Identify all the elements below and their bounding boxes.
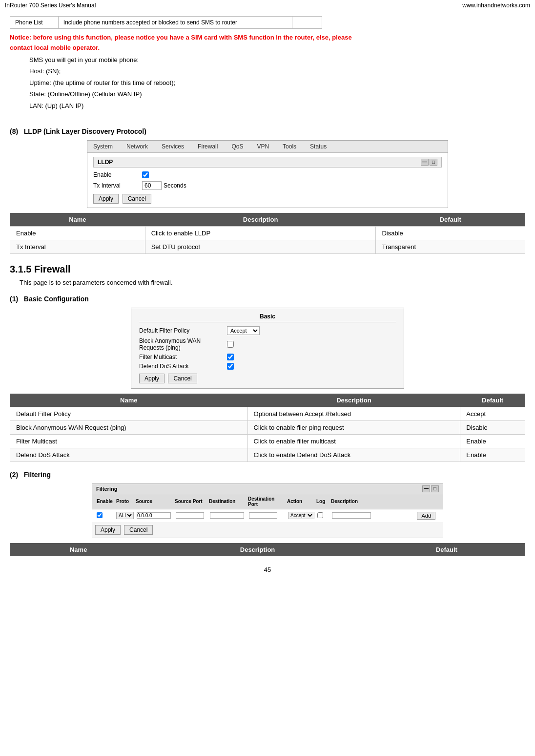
lldp-apply-button[interactable]: Apply	[93, 194, 119, 204]
basic-table-header-default: Default	[460, 394, 525, 407]
notice-line2: contact local mobile operator.	[10, 44, 525, 51]
defend-dos-checkbox[interactable]	[227, 363, 234, 370]
fh-destination: Destination	[207, 496, 247, 507]
nav-tools[interactable]: Tools	[280, 142, 299, 151]
website-url: www.inhandnetworks.com	[462, 2, 530, 9]
filter-row-proto: ALL TCP UDP	[115, 511, 135, 520]
filter-table-header-name: Name	[10, 543, 147, 556]
filtering-box: Filtering — □ Enable Proto Source Source…	[92, 483, 443, 538]
nav-status[interactable]: Status	[307, 142, 329, 151]
block-anon-label: Block Anonymous WANRequests (ping)	[139, 337, 227, 351]
table-row: Block Anonymous WAN Request (ping) Click…	[10, 420, 525, 434]
filter-add-button[interactable]: Add	[417, 512, 435, 520]
nav-system[interactable]: System	[90, 142, 116, 151]
enable-label: Enable	[93, 171, 142, 178]
filter-minimize-btn[interactable]: —	[422, 485, 430, 492]
fh-dest-port: Destination Port	[247, 496, 286, 507]
enable-checkbox[interactable]	[142, 171, 149, 178]
page-footer: 45	[10, 566, 525, 583]
filter-row-dest	[208, 511, 247, 520]
filtering-apply-button[interactable]: Apply	[95, 525, 121, 535]
filter-multicast-checkbox[interactable]	[227, 354, 234, 360]
filter-log-checkbox[interactable]	[317, 512, 323, 518]
defend-dos-row: Defend DoS Attack	[139, 363, 396, 370]
basic-apply-button[interactable]: Apply	[139, 374, 165, 383]
filtering-cancel-button[interactable]: Cancel	[124, 525, 153, 535]
fh-action: Action	[286, 496, 315, 507]
filter-add-cell: Add	[400, 511, 440, 520]
filter-source-port-input[interactable]	[176, 512, 204, 519]
default-filter-select[interactable]: Accept Refused	[227, 326, 260, 335]
table-row: Filter Multicast Click to enable filter …	[10, 434, 525, 448]
filter-desc-input[interactable]	[332, 512, 371, 519]
sms-info-line3: State: (Online/Offline) (Cellular WAN IP…	[29, 88, 525, 100]
page-number: 45	[264, 566, 271, 573]
filtering-title-bar: Filtering — □	[92, 484, 443, 494]
tx-interval-label: Tx Interval	[93, 182, 142, 189]
lldp-title-controls: — □	[421, 159, 437, 166]
filter-restore-btn[interactable]: □	[431, 485, 439, 492]
block-anon-row: Block Anonymous WANRequests (ping)	[139, 337, 396, 351]
filtering-section: (2) Filtering Filtering — □ Enable Proto	[10, 471, 525, 556]
filter-source-input[interactable]	[137, 512, 171, 519]
nav-services[interactable]: Services	[159, 142, 187, 151]
notice-line1: Notice: before using this function, plea…	[10, 34, 525, 41]
firewall-section: 3.1.5 Firewall This page is to set param…	[10, 264, 525, 556]
sms-info-line4: LAN: (Up) (LAN IP)	[29, 100, 525, 111]
page-content: Phone List Include phone numbers accepte…	[0, 11, 535, 588]
filter-row-log	[316, 511, 330, 520]
lldp-table-header-default: Default	[376, 213, 525, 227]
table-row: Tx Interval Set DTU protocol Transparent	[10, 240, 525, 253]
basic-config-box: Basic Default Filter Policy Accept Refus…	[131, 308, 404, 389]
lldp-table-header-desc: Description	[145, 213, 376, 227]
filter-row-action: Accept Refuse	[287, 511, 316, 520]
filter-enable-checkbox[interactable]	[97, 512, 103, 518]
lldp-row2-default: Transparent	[376, 240, 525, 253]
fh-proto: Proto	[115, 496, 134, 507]
lldp-nav: System Network Services Firewall QoS VPN…	[87, 141, 448, 153]
fh-source: Source	[134, 496, 173, 507]
filtering-header-table: Enable Proto Source Source Port Destinat…	[95, 496, 440, 507]
nav-firewall[interactable]: Firewall	[195, 142, 221, 151]
basic-row4-default: Enable	[460, 448, 525, 462]
nav-network[interactable]: Network	[123, 142, 151, 151]
basic-desc-table: Name Description Default Default Filter …	[10, 394, 525, 462]
restore-btn[interactable]: □	[430, 159, 437, 166]
sms-info-line0: SMS you will get in your mobile phone:	[29, 54, 525, 65]
basic-btn-row: Apply Cancel	[139, 374, 396, 383]
table-row: Defend DoS Attack Click to enable Defend…	[10, 448, 525, 462]
basic-table-header-name: Name	[10, 394, 248, 407]
phone-list-desc: Include phone numbers accepted or blocke…	[58, 17, 292, 29]
lldp-cancel-button[interactable]: Cancel	[123, 194, 151, 204]
table-row: Enable Click to enable LLDP Disable	[10, 226, 525, 240]
fh-description: Description	[329, 496, 440, 507]
lldp-row1-desc: Click to enable LLDP	[145, 226, 376, 240]
phone-list-label: Phone List	[10, 17, 59, 29]
minimize-btn[interactable]: —	[421, 159, 429, 166]
phone-list-table: Phone List Include phone numbers accepte…	[10, 16, 322, 29]
filtering-title-controls: — □	[422, 485, 439, 492]
lldp-title: (8) LLDP (Link Layer Discovery Protocol)	[10, 127, 525, 135]
basic-row2-desc: Click to enable filer ping request	[247, 420, 460, 434]
basic-config-title: (1) Basic Configuration	[10, 295, 525, 303]
default-filter-row: Default Filter Policy Accept Refused	[139, 326, 396, 335]
basic-cancel-button[interactable]: Cancel	[168, 374, 197, 383]
sms-info: SMS you will get in your mobile phone: H…	[29, 54, 525, 111]
tx-interval-input[interactable]	[142, 181, 162, 190]
basic-row2-name: Block Anonymous WAN Request (ping)	[10, 420, 248, 434]
nav-vpn[interactable]: VPN	[254, 142, 272, 151]
phone-list-empty	[292, 17, 322, 29]
lldp-section: (8) LLDP (Link Layer Discovery Protocol)…	[10, 127, 525, 254]
filter-action-select[interactable]: Accept Refuse	[288, 512, 314, 519]
nav-qos[interactable]: QoS	[228, 142, 246, 151]
lldp-row2-name: Tx Interval	[10, 240, 145, 253]
fh-enable: Enable	[95, 496, 115, 507]
filter-dest-input[interactable]	[210, 512, 244, 519]
filtering-btn-row: Apply Cancel	[92, 522, 443, 538]
block-anon-checkbox[interactable]	[227, 341, 234, 348]
filter-dest-port-input[interactable]	[249, 512, 277, 519]
filter-proto-select[interactable]: ALL TCP UDP	[116, 512, 134, 519]
filter-row-enable	[95, 511, 115, 520]
firewall-description: This page is to set parameters concerned…	[20, 279, 525, 286]
lldp-row1-name: Enable	[10, 226, 145, 240]
